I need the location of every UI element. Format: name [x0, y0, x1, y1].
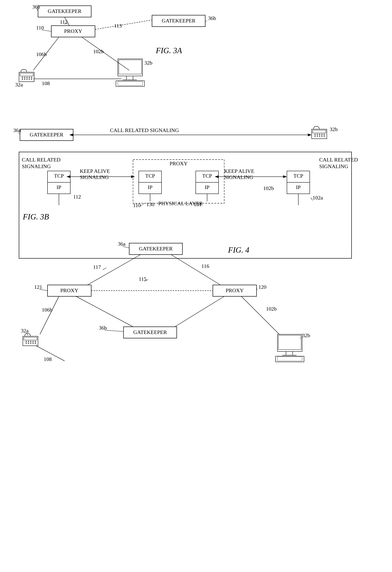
proxy-l-label-4: PROXY	[60, 287, 79, 293]
svg-rect-89	[26, 341, 27, 342]
svg-line-59	[140, 203, 144, 206]
physical-layer-label: PHYSICAL LAYER	[158, 200, 203, 206]
ref-117-4: 117	[93, 264, 101, 270]
ref-116-4: 116	[201, 263, 209, 269]
svg-rect-102	[278, 335, 301, 350]
svg-rect-30	[118, 81, 143, 85]
ref-32b-3b: 32b	[330, 126, 338, 132]
fig-3b-label: FIG. 3B	[23, 212, 49, 221]
keep-alive-left-1: KEEP ALIVE	[80, 168, 110, 174]
svg-marker-62	[215, 175, 218, 178]
svg-rect-15	[24, 77, 25, 78]
phone-32a-4	[23, 334, 38, 346]
svg-rect-14	[22, 77, 23, 78]
svg-line-71	[123, 246, 129, 248]
ref-36a-4: 36a	[118, 241, 126, 247]
call-related-left-1: CALL RELATED	[22, 157, 61, 163]
svg-marker-61	[283, 175, 287, 178]
tcp-proxy-r: TCP	[202, 173, 212, 179]
keep-alive-right-1: KEEP ALIVE	[224, 168, 254, 174]
svg-rect-16	[26, 77, 28, 78]
svg-rect-98	[35, 343, 36, 343]
ref-32a-4: 32a	[21, 328, 29, 334]
ip-right: IP	[296, 184, 301, 190]
svg-line-5	[42, 30, 51, 31]
keep-alive-left-2: SIGNALING	[80, 174, 109, 180]
fig-3a-label: FIG. 3A	[156, 46, 182, 55]
svg-line-84	[76, 296, 133, 327]
svg-rect-19	[22, 79, 23, 79]
svg-rect-24	[118, 59, 143, 76]
ref-110-3a: 110	[36, 25, 44, 31]
proxy-r-label-4: PROXY	[226, 287, 244, 293]
svg-line-3	[205, 20, 207, 22]
svg-marker-35	[308, 134, 312, 136]
proxy-label-3a: PROXY	[64, 28, 82, 34]
svg-line-86	[241, 296, 279, 334]
svg-rect-91	[30, 341, 31, 342]
svg-rect-92	[33, 341, 34, 342]
svg-rect-40	[317, 134, 318, 135]
svg-line-65	[311, 198, 312, 200]
ref-110-3b: 110	[133, 202, 141, 208]
svg-rect-25	[119, 60, 142, 74]
svg-rect-18	[31, 77, 32, 78]
svg-rect-13	[20, 73, 33, 76]
ref-102b-3b: 102b	[263, 185, 274, 191]
svg-rect-22	[29, 79, 30, 79]
gatekeeper-a-label-4: GATEKEEPER	[139, 246, 173, 252]
ref-121-4: 121	[34, 284, 42, 290]
svg-rect-41	[319, 134, 320, 135]
svg-rect-43	[324, 134, 325, 135]
svg-line-85	[175, 296, 224, 327]
keep-alive-right-2: SIGNALING	[224, 174, 253, 180]
ref-36a-3a: 36a	[32, 4, 40, 10]
svg-rect-44	[314, 136, 316, 136]
svg-marker-53	[66, 175, 70, 178]
ref-112-3a: 112	[60, 19, 68, 25]
svg-rect-39	[314, 134, 316, 135]
svg-rect-47	[321, 136, 323, 136]
ip-proxy-l: IP	[148, 184, 153, 190]
svg-rect-93	[35, 341, 36, 342]
tcp-proxy-l: TCP	[145, 173, 155, 179]
svg-rect-101	[278, 334, 302, 351]
ref-36b-4: 36b	[99, 325, 107, 331]
call-related-right-2: SIGNALING	[319, 163, 348, 169]
svg-rect-21	[26, 79, 28, 79]
svg-rect-107	[278, 357, 302, 361]
ref-36a-3b: 36a	[13, 127, 21, 133]
gatekeeper-b-label-4: GATEKEEPER	[133, 329, 167, 335]
ref-36b-3a: 36b	[208, 15, 216, 21]
ip-left: IP	[57, 184, 61, 190]
ref-112-3b: 112	[73, 194, 81, 200]
computer-32b-3a	[116, 59, 144, 86]
svg-line-74	[171, 254, 220, 285]
call-related-right-1: CALL RELATED	[319, 157, 358, 163]
svg-line-108	[300, 338, 301, 338]
ref-32b-4: 32b	[302, 333, 310, 338]
svg-rect-46	[319, 136, 320, 136]
svg-rect-94	[26, 343, 27, 343]
fig-4-label: FIG. 4	[228, 246, 249, 254]
gatekeeper-b-label-3a: GATEKEEPER	[162, 18, 196, 24]
svg-rect-88	[24, 337, 37, 340]
ref-108-3a: 108	[42, 80, 50, 86]
phone-32a	[19, 69, 34, 82]
ref-115-4: 115	[139, 276, 147, 282]
svg-rect-38	[312, 130, 326, 133]
svg-line-82	[104, 330, 124, 332]
ref-102a-3b: 102a	[312, 195, 323, 201]
ref-108-4: 108	[44, 356, 52, 362]
svg-rect-23	[31, 79, 32, 79]
ref-32a-3a: 32a	[15, 82, 23, 88]
svg-rect-45	[317, 136, 318, 136]
svg-marker-36	[69, 134, 73, 136]
ref-130-3b: 130	[146, 201, 154, 207]
svg-rect-48	[324, 136, 325, 136]
ip-proxy-r: IP	[205, 184, 210, 190]
svg-line-10	[82, 37, 129, 70]
svg-rect-90	[28, 341, 29, 342]
ref-106b-4: 106b	[42, 307, 52, 313]
svg-rect-17	[29, 77, 30, 78]
